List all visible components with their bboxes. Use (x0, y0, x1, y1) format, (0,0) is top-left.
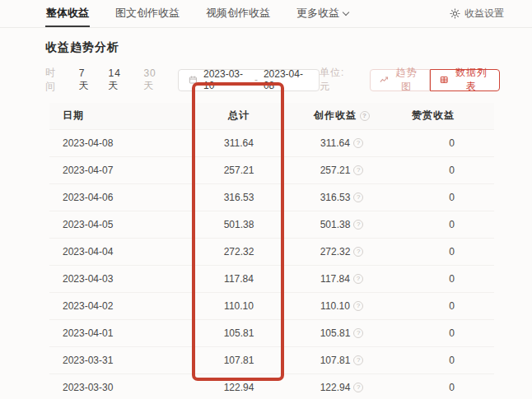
cell-creation: 272.32? (288, 238, 395, 265)
cell-creation: 311.64? (288, 129, 395, 156)
cell-date: 2023-04-05 (49, 211, 189, 238)
table-row: 2023-03-30 122.94 122.94? 0 (49, 373, 494, 399)
range-7-days[interactable]: 7天 (79, 67, 95, 93)
table-row: 2023-04-01 105.81 105.81? 0 (49, 319, 494, 346)
tab-overall-earnings[interactable]: 整体收益 (45, 0, 90, 27)
cell-date: 2023-04-01 (49, 319, 189, 346)
trend-chart-label: 趋势图 (393, 66, 421, 94)
cell-total: 107.81 (189, 346, 288, 373)
cell-creation: 107.81? (288, 346, 395, 373)
cell-total: 272.32 (189, 238, 288, 265)
header-creation-earnings: 创作收益 ? (288, 103, 395, 129)
cell-date: 2023-04-02 (49, 292, 189, 319)
table-row: 2023-04-07 257.21 257.21? 0 (49, 156, 494, 183)
cell-appreciation: 0 (395, 292, 494, 319)
tab-label: 视频创作收益 (206, 6, 270, 21)
question-circle-icon[interactable]: ? (353, 301, 363, 311)
cell-appreciation: 0 (395, 373, 494, 399)
cell-creation: 105.81? (288, 319, 395, 346)
table-row: 2023-04-03 117.84 117.84? 0 (49, 265, 494, 292)
cell-total: 257.21 (189, 156, 288, 183)
date-start: 2023-03-10 (203, 68, 249, 91)
range-14-days[interactable]: 14天 (109, 67, 130, 93)
table-row: 2023-04-05 501.38 501.38? 0 (49, 211, 494, 238)
calendar-icon (189, 75, 198, 85)
table-header-row: 日期 总计 创作收益 ? 赞赏收益 (49, 103, 494, 129)
tab-label: 更多收益 (296, 6, 339, 21)
table-icon (440, 75, 448, 85)
earnings-dashboard: 整体收益 图文创作收益 视频创作收益 更多收益 收益设置 收益趋势分析 (0, 0, 532, 399)
earnings-settings-button[interactable]: 收益设置 (450, 7, 504, 21)
question-circle-icon[interactable]: ? (353, 138, 363, 148)
header-total: 总计 (189, 103, 288, 129)
tab-label: 整体收益 (46, 6, 89, 21)
cell-total: 110.10 (189, 292, 288, 319)
cell-appreciation: 0 (395, 346, 494, 373)
time-label: 时间 (45, 66, 65, 94)
gear-icon (450, 8, 460, 19)
range-30-days[interactable]: 30天 (143, 67, 165, 93)
cell-appreciation: 0 (395, 238, 494, 265)
tab-more-earnings[interactable]: 更多收益 (296, 0, 350, 27)
tab-video-earnings[interactable]: 视频创作收益 (205, 0, 271, 27)
cell-total: 316.53 (189, 183, 288, 211)
trend-chart-button[interactable]: 趋势图 (370, 69, 430, 91)
cell-total: 117.84 (189, 265, 288, 292)
section-title: 收益趋势分析 (45, 40, 500, 55)
table-row: 2023-04-04 272.32 272.32? 0 (49, 238, 494, 265)
header-appreciation-earnings: 赞赏收益 (395, 103, 494, 129)
cell-appreciation: 0 (395, 265, 494, 292)
table-row: 2023-04-02 110.10 110.10? 0 (49, 292, 494, 319)
line-chart-icon (380, 75, 388, 85)
tab-label: 图文创作收益 (115, 6, 180, 21)
header-creation-label: 创作收益 (314, 109, 357, 123)
cell-date: 2023-04-06 (49, 183, 189, 211)
date-range-picker[interactable]: 2023-03-10 - 2023-04-08 (178, 69, 320, 91)
cell-appreciation: 0 (395, 183, 494, 211)
view-toggle: 趋势图 数据列表 (370, 69, 500, 91)
date-separator: - (254, 74, 258, 86)
question-circle-icon[interactable]: ? (360, 111, 370, 121)
question-circle-icon[interactable]: ? (353, 274, 363, 284)
cell-date: 2023-04-08 (49, 129, 189, 156)
cell-creation: 110.10? (288, 292, 395, 319)
question-circle-icon[interactable]: ? (353, 165, 363, 175)
settings-label: 收益设置 (464, 7, 504, 21)
tabbar-divider (0, 27, 532, 28)
top-tab-bar: 整体收益 图文创作收益 视频创作收益 更多收益 收益设置 (0, 0, 532, 27)
cell-date: 2023-04-04 (49, 238, 189, 265)
cell-total: 122.94 (189, 373, 288, 399)
earnings-table: 日期 总计 创作收益 ? 赞赏收益 2023-04-08 311.64 311.… (49, 103, 494, 399)
cell-creation: 117.84? (288, 265, 395, 292)
cell-date: 2023-03-30 (49, 373, 189, 399)
cell-creation: 501.38? (288, 211, 395, 238)
table-row: 2023-04-06 316.53 316.53? 0 (49, 183, 494, 211)
unit-label: 单位: 元 (320, 66, 355, 94)
cell-creation: 257.21? (288, 156, 395, 183)
question-circle-icon[interactable]: ? (353, 193, 363, 202)
question-circle-icon[interactable]: ? (353, 383, 363, 392)
question-circle-icon[interactable]: ? (353, 220, 363, 230)
question-circle-icon[interactable]: ? (353, 247, 363, 257)
cell-total: 105.81 (189, 319, 288, 346)
tabs-nav: 整体收益 图文创作收益 视频创作收益 更多收益 (45, 0, 350, 27)
cell-appreciation: 0 (395, 129, 494, 156)
question-circle-icon[interactable]: ? (353, 328, 363, 338)
cell-appreciation: 0 (395, 211, 494, 238)
cell-date: 2023-04-07 (49, 156, 189, 183)
tab-article-earnings[interactable]: 图文创作收益 (114, 0, 180, 27)
date-end: 2023-04-08 (264, 68, 309, 91)
chevron-down-icon (343, 9, 349, 16)
cell-creation: 316.53? (288, 183, 395, 211)
main-content: 收益趋势分析 时间 7天 14天 30天 2023-03-10 - 2023-0… (0, 40, 532, 399)
question-circle-icon[interactable]: ? (353, 355, 363, 365)
data-list-button[interactable]: 数据列表 (430, 69, 500, 91)
cell-total: 311.64 (189, 129, 288, 156)
cell-creation: 122.94? (288, 373, 395, 399)
cell-appreciation: 0 (395, 156, 494, 183)
table-row: 2023-04-08 311.64 311.64? 0 (49, 129, 494, 156)
cell-date: 2023-04-03 (49, 265, 189, 292)
cell-date: 2023-03-31 (49, 346, 189, 373)
filter-row: 时间 7天 14天 30天 2023-03-10 - 2023-04-08 单位… (45, 66, 500, 94)
table-row: 2023-03-31 107.81 107.81? 0 (49, 346, 494, 373)
